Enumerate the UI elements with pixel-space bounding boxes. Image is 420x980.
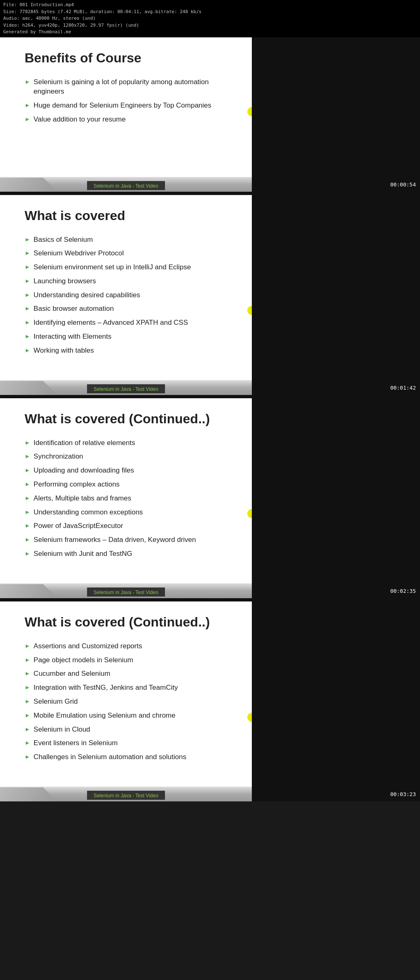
slide-2-title: What is covered bbox=[25, 208, 232, 223]
frame-4: What is covered (Continued..) ► Assertio… bbox=[0, 601, 420, 801]
bullet-2-arrow-7: ► bbox=[25, 319, 30, 327]
frame-3-bullet-4: ► Performing complex actions bbox=[25, 480, 232, 489]
frame-1-bullet-3: ► Value addition to your resume bbox=[25, 115, 232, 124]
frame-4-bullet-7: ► Selenium in Cloud bbox=[25, 725, 232, 734]
frame-4-bullet-9: ► Challenges in Selenium automation and … bbox=[25, 752, 232, 762]
frame-3-bullet-8: ► Selenium frameworks – Data driven, Key… bbox=[25, 535, 232, 545]
bullet-2-arrow-3: ► bbox=[25, 263, 30, 271]
slide-3-title: What is covered (Continued..) bbox=[25, 411, 232, 427]
bullet-4-arrow-1: ► bbox=[25, 642, 30, 650]
bullet-3-arrow-8: ► bbox=[25, 536, 30, 544]
frame-2-bullet-2: ► Selenium Webdriver Protocol bbox=[25, 248, 232, 258]
frame-1: Benefits of Course ► Selenium is gaining… bbox=[0, 37, 420, 192]
frame-2-bullet-3: ► Selenium environment set up in Intelli… bbox=[25, 262, 232, 272]
frame-2-bullet-8: ► Interacting with Elements bbox=[25, 332, 232, 342]
frame-2-bullet-9: ► Working with tables bbox=[25, 346, 232, 356]
bullet-2-arrow-8: ► bbox=[25, 333, 30, 341]
bullet-3-arrow-3: ► bbox=[25, 466, 30, 475]
slide-1-footer: Selenium in Java - Test Video bbox=[87, 181, 165, 190]
frame-3-bullet-list: ► Identification of relative elements ► … bbox=[25, 438, 232, 559]
timestamp-3: 00:02:35 bbox=[390, 588, 416, 594]
bullet-4-arrow-3: ► bbox=[25, 670, 30, 678]
bullet-3-arrow-9: ► bbox=[25, 550, 30, 558]
slide-4-title: What is covered (Continued..) bbox=[25, 615, 232, 630]
bullet-2-arrow-5: ► bbox=[25, 291, 30, 299]
frame-2-bullet-6: ► Basic browser automation bbox=[25, 304, 232, 314]
frame-3-bullet-6: ► Understanding common exceptions bbox=[25, 507, 232, 517]
bullet-4-arrow-6: ► bbox=[25, 711, 30, 720]
frame-3-bullet-9: ► Selenium with Junit and TestNG bbox=[25, 549, 232, 559]
frame-1-bullet-list: ► Selenium is gaining a lot of popularit… bbox=[25, 77, 232, 124]
bullet-2-arrow-6: ► bbox=[25, 305, 30, 313]
frame-4-bullet-6: ► Mobile Emulation using Selenium and ch… bbox=[25, 711, 232, 721]
bullet-arrow-1: ► bbox=[25, 78, 30, 86]
bullet-arrow-3: ► bbox=[25, 115, 30, 124]
bullet-4-arrow-5: ► bbox=[25, 698, 30, 706]
timestamp-4: 00:03:23 bbox=[390, 791, 416, 797]
bullet-4-arrow-9: ► bbox=[25, 753, 30, 761]
frame-3-bullet-7: ► Power of JavaScriptExecutor bbox=[25, 521, 232, 531]
frame-3-bullet-2: ► Synchronization bbox=[25, 452, 232, 461]
frame-4-bullet-5: ► Selenium Grid bbox=[25, 697, 232, 707]
frame-4-bullet-1: ► Assertions and Customized reports bbox=[25, 641, 232, 651]
slide-1-title: Benefits of Course bbox=[25, 50, 232, 66]
bullet-3-arrow-1: ► bbox=[25, 439, 30, 447]
frame-1-bullet-1: ► Selenium is gaining a lot of popularit… bbox=[25, 77, 232, 97]
frame-4-bullet-4: ► Integration with TestNG, Jenkins and T… bbox=[25, 683, 232, 693]
slide-2-footer: Selenium in Java - Test Video bbox=[87, 384, 165, 393]
file-info-bar: File: 001 Introduction.mp4 Size: 7782845… bbox=[0, 0, 420, 37]
frame-4-bullet-3: ► Cucumber and Selenium bbox=[25, 669, 232, 679]
bullet-2-arrow-1: ► bbox=[25, 236, 30, 244]
frame-2-bullet-1: ► Basics of Selenium bbox=[25, 235, 232, 245]
frame-4-bullet-list: ► Assertions and Customized reports ► Pa… bbox=[25, 641, 232, 762]
frame-2-bullet-list: ► Basics of Selenium ► Selenium Webdrive… bbox=[25, 235, 232, 356]
bullet-2-arrow-9: ► bbox=[25, 347, 30, 355]
bullet-2-arrow-4: ► bbox=[25, 277, 30, 285]
slide-3-footer: Selenium in Java - Test Video bbox=[87, 588, 165, 597]
bullet-arrow-2: ► bbox=[25, 101, 30, 110]
bullet-3-arrow-4: ► bbox=[25, 480, 30, 489]
bullet-3-arrow-6: ► bbox=[25, 508, 30, 516]
frame-2-bullet-7: ► Identifying elements – Advanced XPATH … bbox=[25, 318, 232, 328]
frame-3-bullet-1: ► Identification of relative elements bbox=[25, 438, 232, 448]
bullet-3-arrow-2: ► bbox=[25, 452, 30, 461]
frame-2-bullet-5: ► Understanding desired capabilities bbox=[25, 290, 232, 300]
frame-2-bullet-4: ► Launching browsers bbox=[25, 276, 232, 286]
frame-1-bullet-2: ► Huge demand for Selenium Engineers by … bbox=[25, 101, 232, 110]
slide-4-footer: Selenium in Java - Test Video bbox=[87, 791, 165, 800]
frame-4-bullet-8: ► Event listeners in Selenium bbox=[25, 738, 232, 748]
timestamp-1: 00:00:54 bbox=[390, 181, 416, 188]
bullet-4-arrow-7: ► bbox=[25, 725, 30, 734]
timestamp-2: 00:01:42 bbox=[390, 385, 416, 391]
bullet-3-arrow-5: ► bbox=[25, 494, 30, 503]
frame-3-bullet-3: ► Uploading and downloading files bbox=[25, 466, 232, 475]
bullet-4-arrow-4: ► bbox=[25, 684, 30, 692]
bullet-4-arrow-2: ► bbox=[25, 656, 30, 664]
bullet-4-arrow-8: ► bbox=[25, 739, 30, 747]
bullet-3-arrow-7: ► bbox=[25, 522, 30, 530]
frame-2: What is covered ► Basics of Selenium ► S… bbox=[0, 195, 420, 395]
frame-3-bullet-5: ► Alerts, Multiple tabs and frames bbox=[25, 493, 232, 503]
bullet-2-arrow-2: ► bbox=[25, 249, 30, 257]
frame-3: What is covered (Continued..) ► Identifi… bbox=[0, 398, 420, 598]
frame-4-bullet-2: ► Page object models in Selenium bbox=[25, 655, 232, 665]
